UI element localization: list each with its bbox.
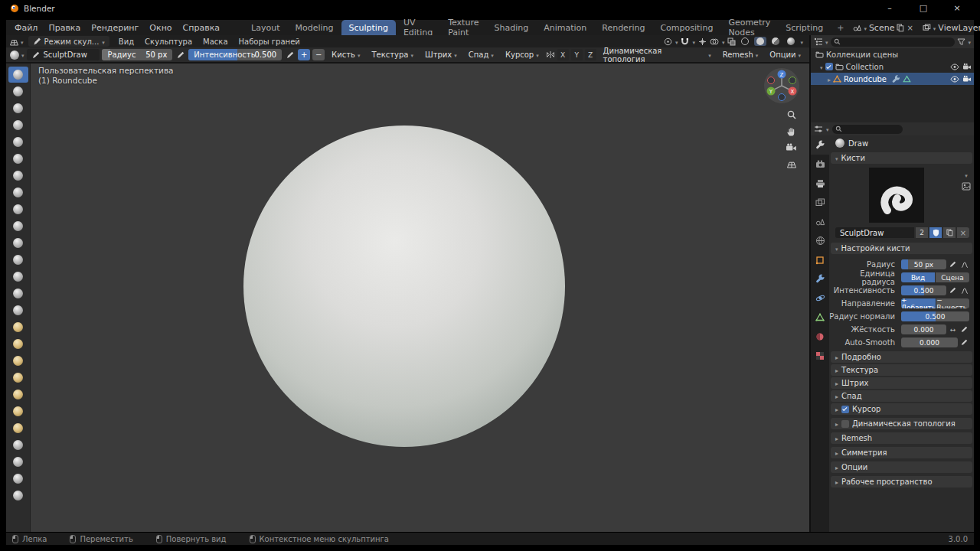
tool-draw[interactable]	[8, 67, 28, 83]
dyntopo-checkbox[interactable]	[841, 420, 849, 428]
direction-subtract-button[interactable]: − Вычесть	[936, 298, 969, 308]
tool-elastic-deform[interactable]	[8, 336, 28, 352]
move-view-hand-icon[interactable]	[786, 126, 797, 137]
mirror-y-button[interactable]: Y	[571, 49, 583, 60]
options-dropdown[interactable]: Опции	[765, 49, 805, 60]
scene-name[interactable]: Scene	[869, 23, 895, 33]
snap-dropdown-icon[interactable]	[692, 37, 695, 46]
brush-name-field[interactable]: SculptDraw	[27, 49, 100, 60]
menu-sculpt[interactable]: Скульптура	[140, 37, 197, 46]
tab-rendering[interactable]: Rendering	[594, 20, 652, 35]
menu-edit[interactable]: Правка	[43, 20, 86, 35]
new-scene-icon[interactable]	[897, 24, 904, 32]
tab-physics[interactable]	[811, 289, 829, 308]
tab-sculpting[interactable]: Sculpting	[341, 20, 396, 35]
menu-mask[interactable]: Маска	[198, 37, 232, 46]
tab-uv-editing[interactable]: UV Editing	[396, 20, 440, 35]
proportional-dropdown-icon[interactable]	[675, 37, 678, 46]
direction-add-button[interactable]: +	[298, 49, 310, 60]
shading-rendered-button[interactable]	[785, 37, 797, 46]
shading-material-button[interactable]	[769, 37, 782, 46]
editor-type-icon[interactable]	[9, 37, 19, 47]
menu-file[interactable]: Файл	[9, 20, 43, 35]
viewport-3d[interactable]: Пользовательская перспектива (1) Roundcu…	[6, 64, 809, 532]
shading-wireframe-button[interactable]	[739, 37, 751, 46]
maximize-button[interactable]: □	[906, 0, 940, 15]
view-layer-selector[interactable]: ViewLayer	[920, 23, 980, 33]
texture-dropdown[interactable]: Текстура	[367, 49, 418, 60]
fake-user-shield-icon[interactable]	[929, 227, 942, 238]
dyntopo-dropdown[interactable]: Динамическая топология	[599, 49, 716, 60]
brush-image-icon[interactable]	[962, 182, 971, 191]
unlink-brush-icon[interactable]	[957, 227, 969, 238]
panel-falloff[interactable]: Спад	[831, 390, 972, 402]
strength-pressure-icon[interactable]	[959, 285, 969, 295]
radius-unit-view-button[interactable]: Вид	[901, 272, 935, 282]
strength-slider-header[interactable]: Интенсивность 0.500	[188, 49, 282, 60]
auto-smooth-slider[interactable]: 0.000	[901, 337, 958, 347]
editor-type-dropdown-icon[interactable]	[21, 37, 24, 46]
auto-smooth-animate-icon[interactable]	[959, 337, 969, 347]
tool-crease[interactable]	[8, 201, 28, 217]
outliner-filter-dropdown-icon[interactable]	[968, 37, 971, 47]
tab-geometry-nodes[interactable]: Geometry Nodes	[720, 20, 778, 35]
radius-unit-scene-button[interactable]: Сцена	[936, 272, 969, 282]
tab-modifiers[interactable]	[811, 269, 829, 289]
tab-scene[interactable]	[811, 212, 829, 231]
direction-add-button[interactable]: + Добавить	[901, 298, 936, 308]
tab-compositing[interactable]: Compositing	[652, 20, 720, 35]
tab-output[interactable]	[811, 174, 829, 193]
stroke-dropdown[interactable]: Штрих	[420, 49, 462, 60]
panel-workspace[interactable]: Рабочее пространство	[831, 476, 972, 487]
active-tool-dropdown-icon[interactable]	[21, 51, 24, 59]
tool-blob[interactable]	[8, 184, 28, 201]
shading-dropdown-icon[interactable]	[800, 37, 803, 46]
panel-cursor[interactable]: Курсор	[831, 403, 972, 415]
tool-nudge[interactable]	[8, 403, 28, 419]
radius-slider[interactable]: 50 px	[901, 259, 946, 269]
tool-clay[interactable]	[8, 100, 28, 116]
brush-browse-dropdown-icon[interactable]	[965, 171, 968, 179]
brush-name-input[interactable]: SculptDraw	[835, 227, 914, 238]
close-button[interactable]: ×	[940, 0, 974, 15]
radius-animate-icon[interactable]	[948, 259, 958, 269]
tool-flatten[interactable]	[8, 235, 28, 251]
scene-selector[interactable]: Scene	[850, 23, 916, 33]
active-tool-icon[interactable]	[10, 51, 19, 60]
brush-dropdown[interactable]: Кисть	[327, 49, 364, 60]
tab-world[interactable]	[811, 231, 829, 250]
tab-view-layer[interactable]	[811, 193, 829, 212]
tool-multi-plane-scrape[interactable]	[8, 285, 28, 302]
collection-checkbox[interactable]	[825, 63, 833, 70]
filter-funnel-icon[interactable]	[957, 38, 965, 46]
panel-brushes[interactable]: Кисти	[831, 152, 972, 164]
tab-tool[interactable]	[811, 135, 829, 155]
panel-brush-settings[interactable]: Настройки кисти	[831, 243, 972, 254]
properties-search-input[interactable]	[844, 126, 900, 133]
tab-modeling[interactable]: Modeling	[287, 20, 341, 35]
outliner-row-collection[interactable]: Collection	[811, 60, 974, 73]
properties-search[interactable]	[832, 125, 903, 134]
tab-layout[interactable]: Layout	[243, 20, 287, 35]
outliner-search-input[interactable]	[843, 38, 952, 46]
panel-symmetry[interactable]: Симметрия	[831, 447, 972, 458]
strength-pressure-icon[interactable]	[284, 49, 296, 60]
tool-grab[interactable]	[8, 319, 28, 335]
tool-pinch[interactable]	[8, 302, 28, 318]
menu-render[interactable]: Рендеринг	[86, 20, 144, 35]
hide-eye-icon[interactable]	[950, 76, 959, 83]
disable-render-camera-icon[interactable]	[962, 75, 972, 83]
hardness-pressure-icon[interactable]	[959, 324, 969, 334]
duplicate-brush-icon[interactable]	[943, 227, 956, 238]
tool-clay-strips[interactable]	[8, 117, 28, 133]
strength-slider[interactable]: 0.500	[901, 285, 946, 295]
normal-radius-slider[interactable]: 0.500	[901, 311, 969, 321]
brush-users-count[interactable]: 2	[916, 227, 928, 238]
gizmo-minus-y-axis[interactable]	[789, 77, 796, 84]
tool-simplify[interactable]	[8, 487, 28, 504]
tab-object[interactable]	[811, 250, 829, 269]
tab-scripting[interactable]: Scripting	[778, 20, 831, 35]
tab-shading[interactable]: Shading	[486, 20, 536, 35]
add-workspace-button[interactable]: +	[831, 20, 850, 35]
tab-texture-paint[interactable]: Texture Paint	[440, 20, 486, 35]
